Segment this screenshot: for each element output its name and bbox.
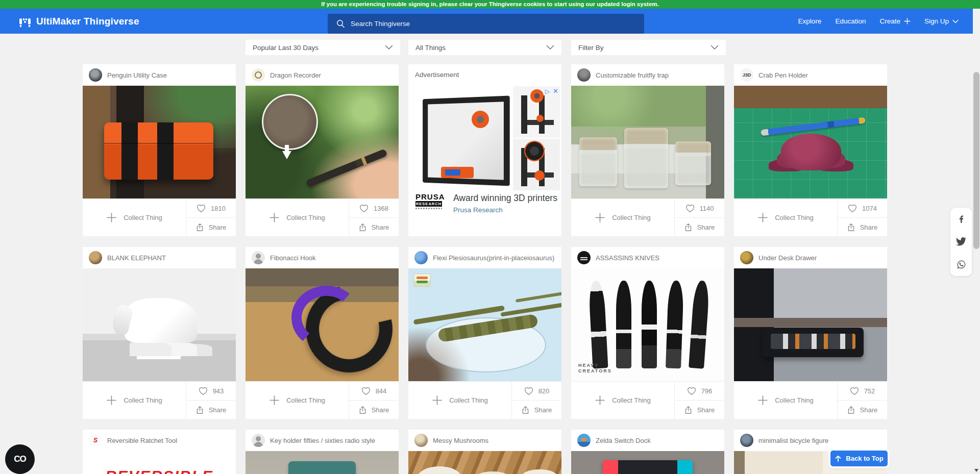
thing-card-header[interactable]: Crab Pen Holder [734, 64, 887, 86]
scrollbar-track[interactable] [973, 9, 980, 474]
creator-avatar[interactable] [577, 251, 591, 264]
creator-avatar[interactable] [740, 434, 753, 447]
thing-title[interactable]: Penguin Utility Case [107, 71, 167, 79]
collect-thing-button[interactable]: Collect Thing [246, 199, 349, 236]
ad-image-printer-small[interactable] [513, 139, 560, 190]
collect-thing-button[interactable]: Collect Thing [83, 199, 186, 236]
collect-thing-button[interactable]: Collect Thing [571, 199, 675, 236]
thing-title[interactable]: BLANK ELEPHANT [107, 254, 166, 262]
brand-logo[interactable]: UltiMaker Thingiverse [18, 9, 139, 34]
collect-thing-button[interactable]: Collect Thing [408, 382, 512, 419]
sort-dropdown[interactable]: Popular Last 30 Days [246, 40, 400, 55]
thing-thumbnail[interactable] [83, 268, 236, 381]
thing-card-header[interactable]: Dragon Recorder [246, 64, 399, 86]
thing-title[interactable]: Zelda Switch Dock [596, 437, 651, 444]
collect-thing-button[interactable]: Collect Thing [734, 382, 838, 419]
creator-avatar[interactable] [89, 434, 102, 447]
collect-thing-button[interactable]: Collect Thing [571, 382, 675, 419]
ad-advertiser[interactable]: Prusa Research [453, 206, 557, 214]
back-to-top-button[interactable]: Back to Top [830, 451, 888, 466]
thing-card-header[interactable]: Messy Mushrooms [408, 430, 561, 451]
thing-thumbnail[interactable] [734, 86, 887, 198]
thing-card-header[interactable]: BLANK ELEPHANT [83, 247, 236, 268]
thing-title[interactable]: Crab Pen Holder [758, 71, 808, 79]
collect-thing-button[interactable]: Collect Thing [246, 382, 349, 419]
thing-title[interactable]: Messy Mushrooms [433, 437, 488, 444]
nav-education[interactable]: Education [835, 17, 866, 25]
thing-title[interactable]: Customizable fruitfly trap [596, 71, 669, 79]
thing-title[interactable]: ASSASSINS KNIVES [596, 254, 659, 262]
thing-thumbnail[interactable] [246, 451, 399, 474]
scrollbar-down-arrow[interactable] [974, 469, 978, 472]
like-button[interactable]: 1140 [675, 199, 724, 218]
thing-card-header[interactable]: Zelda Switch Dock [571, 430, 724, 451]
creator-avatar[interactable] [89, 68, 102, 82]
thing-thumbnail[interactable] [408, 451, 561, 474]
thing-card-header[interactable]: Reversible Ratchet Tool [83, 430, 236, 451]
thing-thumbnail[interactable]: REVERSIBLE [83, 451, 236, 474]
cookie-preferences-button[interactable]: CO [5, 444, 35, 474]
share-button[interactable]: Share [186, 401, 235, 419]
ad-creative[interactable]: ▷ ✕ [411, 86, 560, 190]
ad-headline[interactable]: Award winning 3D printers [453, 193, 557, 204]
thing-card-header[interactable]: Customizable fruitfly trap [571, 64, 724, 86]
thing-title[interactable]: Fibonacci Hook [270, 254, 316, 262]
thing-thumbnail[interactable] [571, 451, 724, 474]
nav-create[interactable]: Create [879, 17, 911, 25]
creator-avatar[interactable] [252, 434, 265, 447]
share-button[interactable]: Share [349, 401, 398, 419]
thing-title[interactable]: Reversible Ratchet Tool [107, 437, 177, 444]
creator-avatar[interactable] [414, 434, 428, 447]
filter-by-dropdown[interactable]: Filter By [571, 40, 726, 55]
like-button[interactable]: 844 [349, 382, 398, 401]
creator-avatar[interactable] [252, 68, 265, 82]
search-input[interactable] [351, 14, 644, 34]
share-button[interactable]: Share [675, 218, 724, 236]
creator-avatar[interactable] [252, 251, 265, 264]
like-button[interactable]: 796 [675, 382, 724, 401]
thing-card-header[interactable]: minimalist bicycle figure [734, 430, 887, 451]
share-button[interactable]: Share [186, 218, 235, 236]
ad-close-icon[interactable]: ✕ [553, 87, 558, 95]
thing-card-header[interactable]: Under Desk Drawer [734, 247, 887, 268]
whatsapp-icon[interactable] [957, 260, 966, 269]
thing-thumbnail[interactable] [83, 86, 236, 198]
scrollbar-thumb[interactable] [973, 72, 979, 249]
nav-explore[interactable]: Explore [798, 17, 822, 25]
search-bar[interactable] [328, 14, 644, 34]
thing-thumbnail[interactable] [246, 86, 399, 198]
creator-avatar[interactable] [740, 68, 753, 82]
share-button[interactable]: Share [512, 401, 561, 419]
thing-thumbnail[interactable] [246, 268, 399, 381]
thing-card-header[interactable]: ASSASSINS KNIVES [571, 247, 724, 268]
thing-card-header[interactable]: Key holder fifties / sixties radio style [246, 430, 399, 451]
creator-avatar[interactable] [577, 68, 591, 82]
collect-thing-button[interactable]: Collect Thing [83, 382, 186, 419]
like-button[interactable]: 820 [512, 382, 561, 401]
thing-title[interactable]: minimalist bicycle figure [758, 437, 828, 444]
share-button[interactable]: Share [838, 218, 887, 236]
facebook-icon[interactable] [957, 214, 966, 224]
creator-avatar[interactable] [89, 251, 102, 264]
thing-title[interactable]: Key holder fifties / sixties radio style [270, 437, 375, 444]
thing-card-header[interactable]: Penguin Utility Case [83, 64, 236, 86]
thing-thumbnail[interactable] [734, 268, 887, 381]
ad-text-block[interactable]: PRUSA RESEARCH Award winning 3D printers… [415, 193, 557, 214]
thing-title[interactable]: Under Desk Drawer [758, 254, 817, 262]
share-button[interactable]: Share [675, 401, 724, 419]
nav-signup[interactable]: Sign Up [924, 17, 959, 25]
like-button[interactable]: 1368 [349, 199, 398, 218]
share-button[interactable]: Share [838, 401, 887, 419]
creator-avatar[interactable] [740, 251, 753, 264]
adchoices-icon[interactable]: ▷ [545, 88, 550, 95]
collect-thing-button[interactable]: Collect Thing [734, 199, 838, 236]
category-dropdown[interactable]: All Things [408, 40, 561, 55]
like-button[interactable]: 752 [838, 382, 887, 401]
like-button[interactable]: 1810 [186, 199, 235, 218]
thing-title[interactable]: Flexi Plesiosaurus(print-in-placeiosauru… [433, 254, 554, 262]
creator-avatar[interactable] [414, 251, 428, 264]
thing-thumbnail[interactable] [571, 86, 724, 198]
like-button[interactable]: 943 [186, 382, 235, 401]
like-button[interactable]: 1074 [838, 199, 887, 218]
thing-thumbnail[interactable]: HEAVY CREATORS [571, 268, 724, 381]
